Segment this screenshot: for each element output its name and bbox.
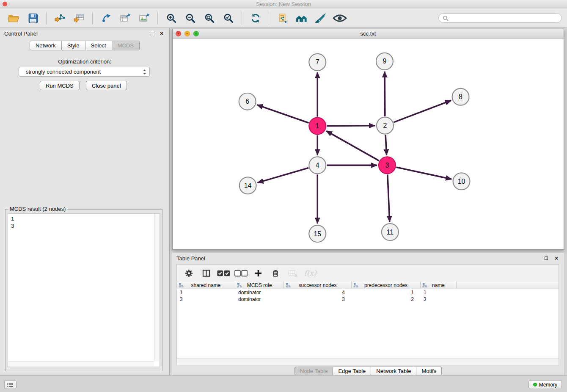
run-mcds-button[interactable]: Run MCDS <box>40 81 80 90</box>
column-header-successor-nodes[interactable]: successor nodes <box>284 282 352 289</box>
export-image-button[interactable] <box>135 10 153 26</box>
toolbar-separator <box>46 12 47 25</box>
graph-node-8[interactable]: 8 <box>452 88 469 105</box>
tab-style[interactable]: Style <box>62 41 85 50</box>
window-close-icon[interactable] <box>3 2 7 6</box>
column-label: predecessor nodes <box>364 282 407 288</box>
table-horizontal-scrollbar[interactable] <box>176 359 559 365</box>
import-table-button[interactable] <box>70 10 88 26</box>
table-cell: 1 <box>177 290 235 295</box>
close-table-panel-button[interactable]: × <box>553 255 560 262</box>
tab-network[interactable]: Network <box>30 41 62 50</box>
import-network-button[interactable] <box>51 10 69 26</box>
float-table-panel-button[interactable] <box>543 255 550 262</box>
export-network-button[interactable] <box>97 10 115 26</box>
mcds-result-title: MCDS result (2 nodes) <box>8 206 67 212</box>
zoom-selected-button[interactable] <box>220 10 237 26</box>
table-tabs: Node TableEdge TableNetwork TableMotifs <box>172 367 564 375</box>
svg-text:14: 14 <box>244 182 252 189</box>
task-list-button[interactable] <box>4 380 17 389</box>
graph-node-2[interactable]: 2 <box>377 117 394 134</box>
zoom-out-button[interactable] <box>182 10 199 26</box>
svg-text:3: 3 <box>385 162 389 169</box>
edge-3-11[interactable] <box>388 174 390 222</box>
close-control-panel-button[interactable]: × <box>158 30 165 37</box>
tab-edge-table[interactable]: Edge Table <box>333 367 371 375</box>
delete-table-button[interactable] <box>287 267 299 279</box>
graph-node-15[interactable]: 15 <box>309 225 326 242</box>
export-table-button[interactable] <box>116 10 134 26</box>
network-window-titlebar[interactable]: × − + scc.txt <box>173 29 564 39</box>
graph-node-14[interactable]: 14 <box>239 177 256 194</box>
column-header-mcds-role[interactable]: MCDS role <box>235 282 284 289</box>
table-cell: 3 <box>177 296 235 302</box>
edge-2-9[interactable] <box>385 72 385 116</box>
edge-1-6[interactable] <box>257 105 308 123</box>
horizontal-scrollbar[interactable] <box>8 361 154 367</box>
network-canvas-svg[interactable]: 7968124314101511 <box>173 39 564 250</box>
edge-2-3[interactable] <box>385 135 386 155</box>
graph-node-9[interactable]: 9 <box>376 53 393 70</box>
split-view-button[interactable] <box>200 267 212 279</box>
column-header-shared-name[interactable]: shared name <box>177 282 235 289</box>
close-panel-action-button[interactable]: Close panel <box>86 81 127 90</box>
search-box[interactable] <box>438 13 562 23</box>
edge-4-14[interactable] <box>258 168 309 182</box>
graph-node-1[interactable]: 1 <box>309 118 326 135</box>
edge-1-2[interactable] <box>327 126 375 126</box>
graph-node-3[interactable]: 3 <box>379 157 396 174</box>
save-button[interactable] <box>24 10 41 26</box>
column-header-predecessor-nodes[interactable]: predecessor nodes <box>352 282 421 289</box>
tab-node-table[interactable]: Node Table <box>295 367 333 375</box>
toolbar-separator <box>269 12 269 25</box>
style-paint-button[interactable] <box>312 10 329 26</box>
tab-mcds[interactable]: MCDS <box>112 41 140 50</box>
svg-text:1: 1 <box>316 122 319 130</box>
graph-node-10[interactable]: 10 <box>453 173 470 190</box>
zoom-in-button[interactable] <box>162 10 180 26</box>
memory-button[interactable]: Memory <box>528 380 562 389</box>
open-folder-button[interactable] <box>5 10 22 26</box>
graph-node-4[interactable]: 4 <box>309 157 326 174</box>
column-sort-icon <box>353 283 358 288</box>
search-input[interactable] <box>451 14 558 22</box>
minimize-network-window-icon[interactable]: − <box>184 31 190 36</box>
table-row[interactable]: 3dominator323 <box>177 296 559 303</box>
result-line: 1 <box>11 215 157 222</box>
tab-select[interactable]: Select <box>85 41 112 50</box>
table-header-row: shared nameMCDS rolesuccessor nodesprede… <box>177 282 559 289</box>
select-all-button[interactable] <box>217 267 229 279</box>
deselect-all-button[interactable] <box>235 267 247 279</box>
zoom-fit-button[interactable] <box>201 10 218 26</box>
optimization-dropdown[interactable]: strongly connected component <box>19 67 150 77</box>
table-row[interactable]: 1dominator411 <box>177 289 559 296</box>
graph-node-11[interactable]: 11 <box>382 224 399 240</box>
select-all-icon <box>217 269 231 277</box>
vertical-scrollbar[interactable] <box>154 214 160 361</box>
add-row-button[interactable] <box>252 267 264 279</box>
edge-3-1[interactable] <box>326 131 379 160</box>
table-cell: 3 <box>421 296 457 302</box>
float-panel-button[interactable] <box>148 30 155 37</box>
zoom-network-window-icon[interactable]: + <box>193 31 199 36</box>
mcds-result-box[interactable]: 13 <box>8 213 160 367</box>
edge-3-10[interactable] <box>396 167 451 179</box>
gear-button[interactable] <box>183 267 195 279</box>
tab-network-table[interactable]: Network Table <box>371 367 416 375</box>
edge-2-8[interactable] <box>394 100 451 122</box>
close-network-window-icon[interactable]: × <box>176 31 181 36</box>
column-header-name[interactable]: name <box>421 282 457 289</box>
svg-text:11: 11 <box>387 229 394 236</box>
table-cell: dominator <box>235 290 284 295</box>
tab-motifs[interactable]: Motifs <box>416 367 442 375</box>
table-cell: 2 <box>352 296 421 302</box>
graph-node-6[interactable]: 6 <box>239 93 256 110</box>
apply-layout-button[interactable] <box>247 10 264 26</box>
delete-row-button[interactable] <box>270 267 281 279</box>
graph-node-7[interactable]: 7 <box>309 54 326 71</box>
fx-button[interactable]: f(x) <box>304 267 316 279</box>
eye-button[interactable] <box>331 10 348 26</box>
clone-network-button[interactable] <box>274 10 291 26</box>
network-overview-button[interactable] <box>293 10 310 26</box>
save-icon <box>28 13 38 23</box>
